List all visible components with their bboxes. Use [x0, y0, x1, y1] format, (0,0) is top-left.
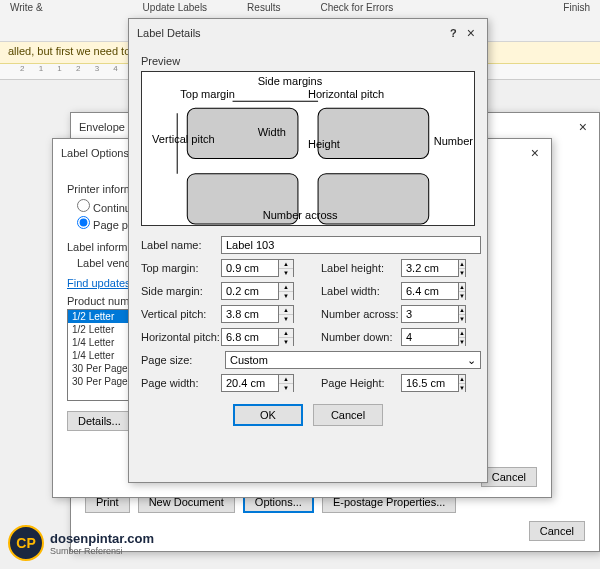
continuous-radio[interactable]	[77, 199, 90, 212]
label-name-label: Label name:	[141, 239, 221, 251]
svg-rect-1	[318, 108, 429, 158]
logo-badge: CP	[8, 525, 44, 561]
page-size-label: Page size:	[141, 354, 217, 366]
warning-text: alled, but first we need to	[8, 45, 130, 57]
page-width-label: Page width:	[141, 377, 221, 389]
spinner-icon[interactable]: ▲▼	[279, 305, 294, 323]
close-icon[interactable]: ×	[463, 25, 479, 41]
page-size-select[interactable]: Custom ⌄	[225, 351, 481, 369]
number-across-input[interactable]	[401, 305, 459, 323]
horizontal-pitch-label: Horizontal pitch	[308, 88, 384, 100]
help-icon[interactable]: ?	[450, 27, 457, 39]
number-down-label: Number down:	[321, 331, 401, 343]
height-label: Height	[308, 139, 340, 151]
ribbon-write-label: Write &	[10, 2, 43, 13]
cancel-button[interactable]: Cancel	[313, 404, 383, 426]
envelopes-title: Envelope	[79, 121, 125, 133]
details-button[interactable]: Details...	[67, 411, 132, 431]
ribbon-check-errors[interactable]: Check for Errors	[320, 2, 393, 13]
side-margin-input[interactable]	[221, 282, 279, 300]
label-options-title: Label Options	[61, 147, 129, 159]
page-height-input[interactable]	[401, 374, 459, 392]
spinner-icon[interactable]: ▲▼	[459, 282, 466, 300]
horizontal-pitch-input[interactable]	[221, 328, 279, 346]
label-width-input[interactable]	[401, 282, 459, 300]
close-icon[interactable]: ×	[575, 119, 591, 135]
spinner-icon[interactable]: ▲▼	[459, 328, 466, 346]
logo: CP dosenpintar.com Sumber Referensi	[8, 525, 154, 561]
chevron-down-icon: ⌄	[467, 354, 476, 367]
envelopes-cancel-button[interactable]: Cancel	[529, 521, 585, 541]
spinner-icon[interactable]: ▲▼	[279, 259, 294, 277]
label-name-input[interactable]	[221, 236, 481, 254]
top-margin-label: Top margin	[180, 88, 235, 100]
page-height-label: Page Height:	[321, 377, 401, 389]
top-margin-label: Top margin:	[141, 262, 221, 274]
label-details-dialog: Label Details ? × Preview Side margins T…	[128, 18, 488, 483]
spinner-icon[interactable]: ▲▼	[279, 374, 294, 392]
spinner-icon[interactable]: ▲▼	[459, 374, 466, 392]
page-width-input[interactable]	[221, 374, 279, 392]
page-print-radio[interactable]	[77, 216, 90, 229]
close-icon[interactable]: ×	[527, 145, 543, 161]
preview-diagram: Side margins Top margin Horizontal pitch…	[141, 71, 475, 226]
spinner-icon[interactable]: ▲▼	[459, 259, 466, 277]
ok-button[interactable]: OK	[233, 404, 303, 426]
label-height-label: Label height:	[321, 262, 401, 274]
label-details-title: Label Details	[137, 27, 201, 39]
width-label: Width	[258, 126, 286, 138]
spinner-icon[interactable]: ▲▼	[459, 305, 466, 323]
number-down-input[interactable]	[401, 328, 459, 346]
label-width-label: Label width:	[321, 285, 401, 297]
vertical-pitch-input[interactable]	[221, 305, 279, 323]
logo-name: dosenpintar.com	[50, 531, 154, 546]
vertical-pitch-label: Vertical pitch:	[141, 308, 221, 320]
preview-label: Preview	[141, 55, 475, 67]
ribbon-results: Results	[247, 2, 280, 13]
spinner-icon[interactable]: ▲▼	[279, 282, 294, 300]
number-across-label: Number across:	[321, 308, 401, 320]
logo-tagline: Sumber Referensi	[50, 546, 154, 556]
side-margins-label: Side margins	[258, 75, 323, 87]
label-height-input[interactable]	[401, 259, 459, 277]
ribbon-update-labels[interactable]: Update Labels	[143, 2, 208, 13]
horizontal-pitch-label: Horizontal pitch:	[141, 331, 221, 343]
number-across-label: Number across	[263, 209, 338, 221]
number-down-label: Number down	[434, 135, 474, 147]
vertical-pitch-label: Vertical pitch	[152, 133, 215, 145]
side-margin-label: Side margin:	[141, 285, 221, 297]
label-options-cancel-button[interactable]: Cancel	[481, 467, 537, 487]
ribbon-finish: Finish	[563, 2, 590, 13]
top-margin-input[interactable]	[221, 259, 279, 277]
page-size-value: Custom	[230, 354, 268, 366]
spinner-icon[interactable]: ▲▼	[279, 328, 294, 346]
